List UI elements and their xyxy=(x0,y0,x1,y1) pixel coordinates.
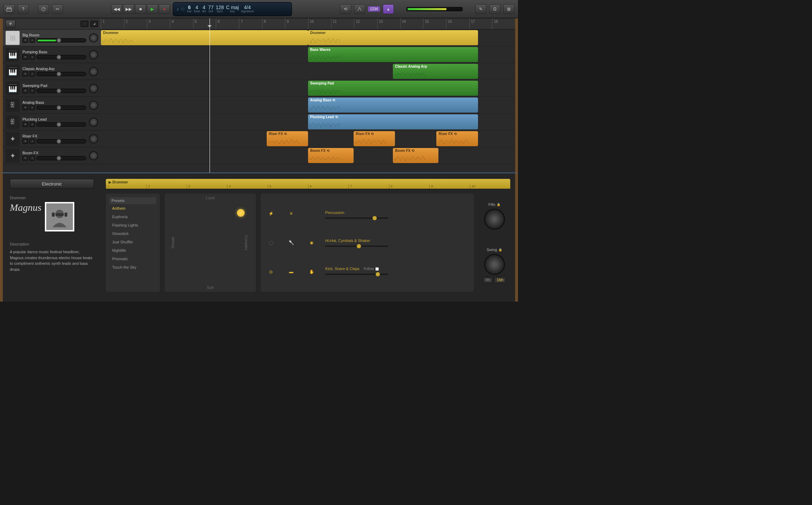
ruler-mark[interactable]: 4 xyxy=(170,18,193,29)
xy-pad[interactable]: Loud Soft Simple Complex xyxy=(165,194,256,292)
track-header[interactable]: 🎚 Plucking Lead ✕ ♫ xyxy=(3,114,101,130)
solo-button[interactable]: ♫ xyxy=(29,105,35,110)
ruler-mark[interactable]: 15 xyxy=(423,18,446,29)
preset-item[interactable]: Just Shufflin xyxy=(109,238,156,246)
pan-knob[interactable] xyxy=(89,84,98,93)
pan-knob[interactable] xyxy=(89,134,98,143)
stop-button[interactable]: ■ xyxy=(135,4,146,14)
volume-slider[interactable] xyxy=(36,106,86,110)
region[interactable]: Boom FX ⟲ xyxy=(393,148,438,163)
solo-button[interactable]: ♫ xyxy=(29,72,35,76)
volume-slider[interactable] xyxy=(36,38,86,42)
track-filter-button[interactable]: ⋮ xyxy=(81,21,88,27)
region-row[interactable]: DrummerDrummer xyxy=(101,29,515,46)
track-automation-button[interactable]: ◢ xyxy=(90,21,98,27)
pan-knob[interactable] xyxy=(89,101,98,110)
region[interactable]: Bass Waves xyxy=(308,47,478,62)
track-header[interactable]: ⊞ Big Room ✕ ♫ xyxy=(3,29,101,46)
sticks-icon[interactable]: ✕ xyxy=(285,207,298,220)
ruler-mark[interactable]: 16 xyxy=(446,18,469,29)
cymbal-icon[interactable]: ◉ xyxy=(305,236,318,249)
metronome-button[interactable]: ▲ xyxy=(383,4,394,14)
mute-button[interactable]: ✕ xyxy=(22,72,28,76)
ruler-mark[interactable]: 9 xyxy=(285,18,308,29)
forward-button[interactable]: ▶▶ xyxy=(123,4,134,14)
track-instrument-icon[interactable]: ✦ xyxy=(6,132,20,146)
ruler-mark[interactable]: 13 xyxy=(377,18,400,29)
kick-icon[interactable]: ◎ xyxy=(264,265,278,278)
track-header[interactable]: 🎚 Analog Bass ✕ ♫ xyxy=(3,97,101,114)
clap-icon[interactable]: ✋ xyxy=(305,265,318,278)
region[interactable]: Drummer xyxy=(308,30,478,45)
editor-ruler-mark[interactable]: 2 xyxy=(146,184,186,189)
mute-button[interactable]: ✕ xyxy=(22,88,28,93)
tambourine-icon[interactable]: ◯ xyxy=(264,236,278,249)
editor-ruler-mark[interactable]: 9 xyxy=(429,184,470,189)
track-instrument-icon[interactable]: 🎹 xyxy=(6,81,20,95)
kit-complexity-slider[interactable] xyxy=(325,245,388,247)
ruler-mark[interactable]: 3 xyxy=(147,18,170,29)
volume-slider[interactable] xyxy=(36,89,86,93)
editor-ruler-mark[interactable]: 1 xyxy=(106,184,146,189)
quick-help-button[interactable]: ? xyxy=(18,4,29,14)
add-track-button[interactable]: + xyxy=(6,20,15,28)
kit-complexity-slider[interactable] xyxy=(325,217,388,219)
region-row[interactable]: Sweeping Pad xyxy=(101,80,515,97)
ruler-mark[interactable]: 17 xyxy=(469,18,492,29)
ruler-mark[interactable]: 12 xyxy=(354,18,377,29)
play-button[interactable]: ▶ xyxy=(147,4,158,14)
editor-ruler-mark[interactable]: 10 xyxy=(470,184,510,189)
kit-complexity-slider[interactable] xyxy=(325,274,388,275)
tuner-button[interactable] xyxy=(354,4,365,14)
solo-button[interactable]: ♫ xyxy=(29,122,35,127)
editor-ruler-mark[interactable]: 8 xyxy=(389,184,429,189)
region[interactable]: Riser FX ⟲ xyxy=(267,131,308,146)
mute-button[interactable]: ✕ xyxy=(22,55,28,60)
preset-item[interactable]: Glowstick xyxy=(109,229,156,238)
preset-item[interactable]: Touch the Sky xyxy=(109,263,156,271)
region-row[interactable]: Bass Waves xyxy=(101,46,515,63)
loop-browser-button[interactable]: Ω xyxy=(489,4,500,14)
record-button[interactable]: ● xyxy=(159,4,170,14)
preset-item[interactable]: Prismatic xyxy=(109,255,156,263)
track-instrument-icon[interactable]: ✦ xyxy=(6,149,20,163)
track-header[interactable]: ✦ Riser FX ✕ ♫ xyxy=(3,130,101,147)
cycle-button[interactable]: ⟲ xyxy=(340,4,351,14)
region[interactable]: Sweeping Pad xyxy=(308,81,478,96)
fills-knob[interactable] xyxy=(484,209,505,230)
mute-button[interactable]: ✕ xyxy=(22,105,28,110)
mute-button[interactable]: ✕ xyxy=(22,122,28,127)
volume-slider[interactable] xyxy=(36,72,86,76)
track-header[interactable]: ✦ Boom FX ✕ ♫ xyxy=(3,147,101,164)
master-volume-meter[interactable] xyxy=(407,7,463,11)
media-browser-button[interactable]: ⊞ xyxy=(503,4,514,14)
editor-ruler-mark[interactable]: 3 xyxy=(187,184,227,189)
preset-item[interactable]: Euphoria xyxy=(109,213,156,221)
region-row[interactable]: Plucking Lead ⟲ xyxy=(101,114,515,130)
lcd-display[interactable]: ♪ ⏲ 6bar 4beat 4div 77tick 128bpm C majk… xyxy=(173,2,292,16)
genre-selector[interactable]: Electronic xyxy=(10,179,94,189)
region[interactable]: Classic Analog Arp xyxy=(393,64,478,79)
region[interactable]: Riser FX ⟲ xyxy=(354,131,395,146)
track-instrument-icon[interactable]: 🎹 xyxy=(6,65,20,79)
solo-button[interactable]: ♫ xyxy=(29,156,35,161)
track-header[interactable]: 🎹 Sweeping Pad ✕ ♫ xyxy=(3,80,101,97)
solo-button[interactable]: ♫ xyxy=(29,88,35,93)
ruler-mark[interactable]: 10 xyxy=(308,18,331,29)
editors-button[interactable]: ✂ xyxy=(52,4,63,14)
ruler-mark[interactable]: 11 xyxy=(331,18,354,29)
editor-ruler-mark[interactable]: 5 xyxy=(268,184,308,189)
region-row[interactable]: Boom FX ⟲Boom FX ⟲ xyxy=(101,147,515,164)
swing-option[interactable]: 16th xyxy=(494,277,506,283)
pan-knob[interactable] xyxy=(89,117,98,127)
swing-option[interactable]: 8th xyxy=(483,277,493,283)
ruler-mark[interactable]: 18 xyxy=(492,18,515,29)
solo-button[interactable]: ♫ xyxy=(29,55,35,60)
track-instrument-icon[interactable]: 🎚 xyxy=(6,98,20,112)
pan-knob[interactable] xyxy=(89,67,98,76)
region[interactable]: Analog Bass ⟲ xyxy=(308,97,478,113)
editor-ruler-mark[interactable]: 7 xyxy=(348,184,389,189)
smart-controls-button[interactable] xyxy=(38,4,49,14)
region[interactable]: Boom FX ⟲ xyxy=(308,148,354,163)
snare-icon[interactable]: ▬ xyxy=(285,265,298,278)
